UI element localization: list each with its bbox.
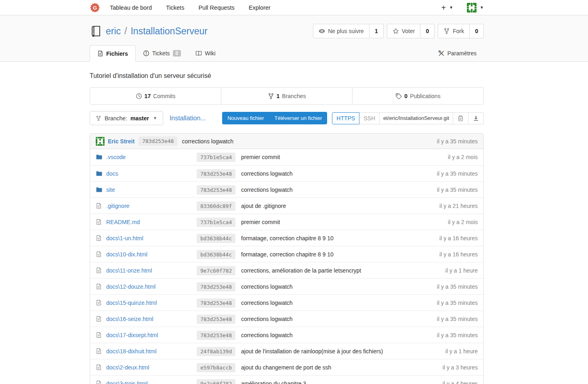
file-name-link[interactable]: .vscode	[106, 154, 197, 160]
download-icon	[473, 115, 479, 122]
tab-wiki[interactable]: Wiki	[188, 45, 223, 61]
clone-url-input[interactable]	[380, 112, 453, 124]
file-table: Eric Streit 783d253e48 corrections logwa…	[90, 133, 484, 384]
file-name-link[interactable]: site	[106, 187, 197, 193]
nav-pull-requests[interactable]: Pull Requests	[198, 4, 234, 11]
repo-stats-bar: 17Commits 1Branches 0Publications	[90, 87, 484, 105]
file-commit-time: il y a 35 minutes	[437, 332, 478, 338]
file-row: docs\12-douze.html 783d253e48 correction…	[90, 278, 483, 294]
file-commit-hash: 783d253e48	[197, 185, 235, 195]
file-name-link[interactable]: docs	[106, 170, 197, 177]
file-icon	[96, 283, 102, 290]
star-count[interactable]: 0	[420, 24, 435, 38]
repo-name-link[interactable]: InstallationServeur	[130, 26, 208, 37]
commit-author-link[interactable]: Eric Streit	[108, 138, 134, 145]
breadcrumb-separator: /	[124, 26, 127, 37]
file-commit-time: il y a 3 heures	[443, 364, 478, 371]
nav-issues[interactable]: Tickets	[166, 4, 184, 11]
tab-files[interactable]: Fichiers	[90, 45, 136, 62]
file-commit-hash: 9e7c60f782	[197, 379, 235, 384]
file-commit-time: il y a 35 minutes	[437, 187, 478, 193]
file-commit-hash: 783d253e48	[197, 169, 235, 178]
download-button[interactable]	[468, 112, 484, 124]
file-commit-time: il y a 35 minutes	[437, 283, 478, 290]
file-name-link[interactable]: docs\10-dix.html	[106, 251, 197, 258]
file-row: .vscode 737b1e5ca4 premier commit il y a…	[90, 149, 483, 165]
tab-issues[interactable]: Tickets 0	[136, 45, 189, 61]
upload-file-button[interactable]: Téléverser un fichier	[269, 112, 328, 124]
breadcrumb: eric / InstallationServeur	[106, 26, 208, 37]
stat-commits[interactable]: 17Commits	[90, 88, 221, 104]
file-commit-hash: 783d253e48	[197, 331, 235, 340]
stat-branches[interactable]: 1Branches	[221, 88, 352, 104]
file-row: docs\1-un.html bd3638b44c formatage, cor…	[90, 230, 483, 246]
ssh-protocol-button[interactable]: SSH	[359, 112, 380, 124]
file-name-link[interactable]: README.md	[106, 219, 197, 225]
file-name-link[interactable]: docs\16-seize.html	[106, 316, 197, 322]
tag-icon	[395, 93, 402, 99]
path-link[interactable]: Installation...	[170, 115, 206, 122]
commit-hash-badge[interactable]: 783d253e48	[139, 136, 177, 146]
file-row: docs\17-dixsept.html 783d253e48 correcti…	[90, 327, 483, 343]
tab-settings[interactable]: Paramètres	[431, 45, 484, 61]
file-commit-hash: 783d253e48	[197, 298, 235, 308]
file-name-link[interactable]: docs\1-un.html	[106, 235, 197, 241]
new-file-button[interactable]: Nouveau fichier	[222, 112, 269, 124]
user-avatar[interactable]	[467, 3, 477, 13]
star-button[interactable]: Voter	[387, 24, 421, 38]
latest-commit-row: Eric Streit 783d253e48 corrections logwa…	[90, 134, 483, 149]
file-icon	[96, 251, 102, 257]
clone-url-group: HTTPS SSH	[332, 112, 484, 124]
gogs-logo[interactable]: G	[90, 2, 100, 13]
issue-icon	[143, 50, 149, 57]
create-new-caret-icon[interactable]: ▼	[449, 5, 453, 10]
fork-button[interactable]: Fork	[438, 24, 470, 38]
file-commit-message: premier commit	[241, 219, 448, 225]
file-commit-time: il y a 1 heure	[445, 348, 478, 355]
watch-count[interactable]: 1	[370, 24, 384, 38]
file-name-link[interactable]: docs\18-dixhuit.html	[106, 348, 197, 355]
file-name-link[interactable]: .gitignore	[106, 203, 197, 209]
file-name-link[interactable]: docs\15-quinze.html	[106, 300, 197, 306]
eye-icon	[319, 28, 325, 34]
https-protocol-button[interactable]: HTTPS	[332, 112, 359, 124]
file-row: docs\15-quinze.html 783d253e48 correctio…	[90, 294, 483, 311]
copy-url-button[interactable]	[453, 112, 468, 124]
repo-owner-link[interactable]: eric	[106, 26, 121, 37]
nav-explore[interactable]: Explorer	[249, 4, 271, 11]
file-controls: Branche: master ▼ Installation... Nouvea…	[90, 111, 484, 125]
file-commit-message: ajout de l'installation de rainloop(mise…	[241, 348, 445, 355]
folder-icon	[96, 154, 102, 160]
file-name-link[interactable]: docs\17-dixsept.html	[106, 332, 197, 338]
repo-header: eric / InstallationServeur Ne plus suivr…	[0, 15, 588, 62]
file-commit-message: corrections logwatch	[241, 300, 437, 306]
file-icon	[96, 364, 102, 370]
wiki-book-icon	[195, 50, 202, 57]
user-menu-caret-icon[interactable]: ▼	[480, 5, 484, 10]
file-name-link[interactable]: docs\12-douze.html	[106, 283, 197, 290]
file-row: README.md 737b1e5ca4 premier commit il y…	[90, 214, 483, 230]
file-name-link[interactable]: docs\3-trois.html	[106, 380, 197, 384]
nav-dashboard[interactable]: Tableau de bord	[110, 4, 152, 11]
create-new-icon[interactable]: +	[441, 4, 446, 12]
history-icon	[136, 93, 142, 99]
file-name-link[interactable]: docs\11-onze.html	[106, 267, 197, 274]
unwatch-button[interactable]: Ne plus suivre	[313, 24, 370, 38]
file-commit-message: corrections logwatch	[241, 316, 437, 322]
commit-author-avatar[interactable]	[96, 137, 105, 146]
svg-text:G: G	[93, 4, 97, 10]
branch-selector[interactable]: Branche: master ▼	[90, 111, 163, 125]
fork-count[interactable]: 0	[470, 24, 484, 38]
file-icon	[96, 300, 102, 306]
folder-icon	[96, 187, 102, 193]
commit-time: il y a 35 minutes	[437, 138, 478, 145]
file-icon	[96, 235, 102, 241]
file-name-link[interactable]: docs\2-deux.html	[106, 364, 197, 371]
star-button-group: Voter 0	[387, 24, 435, 38]
clipboard-icon	[458, 115, 464, 122]
file-icon	[96, 332, 102, 338]
branch-caret-icon: ▼	[153, 116, 157, 120]
stat-releases[interactable]: 0Publications	[352, 88, 483, 104]
file-commit-message: corrections logwatch	[241, 332, 437, 338]
file-commit-message: ajout de .gitignore	[241, 203, 439, 209]
